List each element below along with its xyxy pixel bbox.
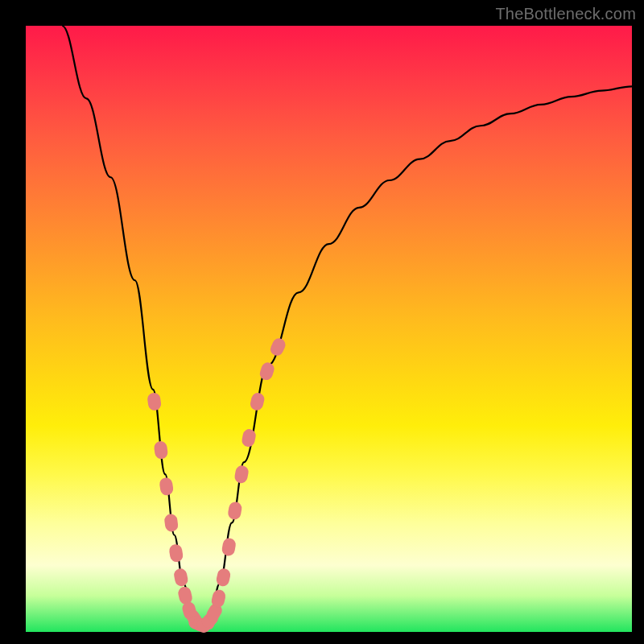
curve-marker [147, 392, 162, 411]
chart-frame: TheBottleneck.com [0, 0, 644, 644]
curve-marker [163, 513, 179, 532]
bottleneck-curve [62, 26, 632, 625]
curve-marker [227, 501, 242, 520]
curve-marker [215, 568, 231, 588]
curve-marker [173, 568, 189, 588]
curve-marker [241, 428, 257, 448]
curve-marker [153, 440, 168, 460]
curve-marker [268, 336, 287, 358]
curve-marker [159, 477, 174, 496]
chart-svg [26, 26, 632, 632]
curve-marker [233, 464, 250, 485]
curve-marker [221, 537, 237, 556]
plot-area [26, 26, 632, 632]
curve-marker [258, 361, 276, 382]
curve-marker [249, 391, 266, 411]
watermark-text: TheBottleneck.com [495, 5, 636, 23]
curve-marker [168, 543, 184, 563]
